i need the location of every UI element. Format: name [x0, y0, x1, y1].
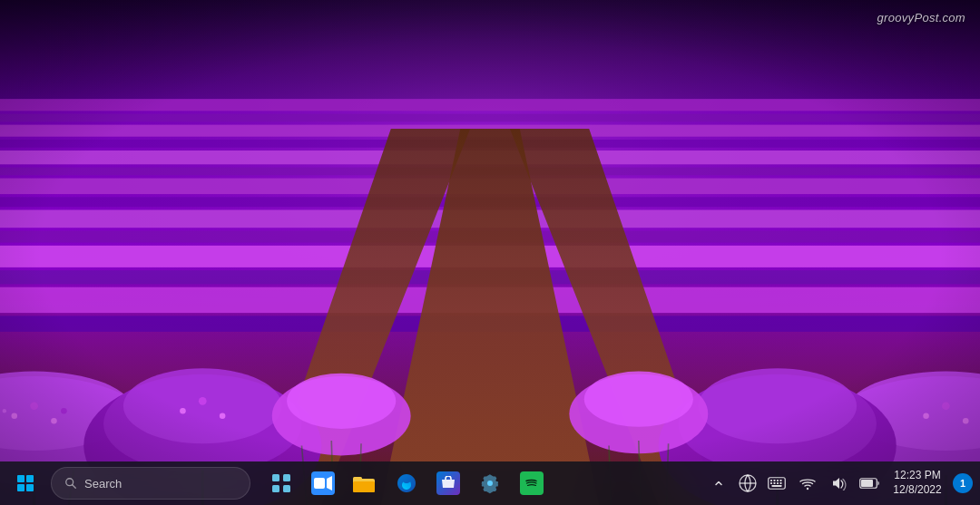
- show-hidden-icons-button[interactable]: [704, 467, 733, 500]
- start-button[interactable]: [7, 465, 44, 501]
- settings-icon: [478, 471, 502, 495]
- windows-logo-icon: [17, 475, 34, 491]
- pinned-apps: [261, 463, 701, 503]
- edge-icon: [395, 471, 418, 495]
- taskbar-app-edge[interactable]: [387, 463, 426, 503]
- file-explorer-icon: [353, 471, 377, 495]
- taskbar: Search: [0, 461, 980, 505]
- watermark: groovyPost.com: [877, 11, 965, 24]
- svg-rect-79: [774, 482, 776, 484]
- taskbar-app-zoom[interactable]: [303, 463, 343, 503]
- notification-badge[interactable]: 1: [953, 473, 973, 493]
- clock[interactable]: 12:23 PM 12/8/2022: [886, 469, 949, 497]
- svg-marker-67: [327, 476, 332, 490]
- ms-store-icon: [436, 471, 460, 495]
- svg-rect-76: [777, 480, 779, 481]
- taskbar-app-ms-store[interactable]: [428, 463, 468, 503]
- svg-rect-75: [774, 480, 776, 481]
- svg-point-83: [807, 488, 808, 490]
- system-tray: 12:23 PM 12/8/2022 1: [704, 467, 973, 500]
- svg-rect-78: [770, 482, 772, 484]
- zoom-icon: [311, 471, 335, 495]
- svg-rect-80: [777, 482, 779, 484]
- svg-rect-59: [0, 0, 980, 505]
- svg-rect-70: [353, 477, 362, 481]
- svg-rect-69: [353, 481, 375, 492]
- battery-button[interactable]: [855, 467, 884, 500]
- svg-rect-85: [861, 480, 873, 487]
- svg-rect-66: [314, 478, 325, 489]
- clock-date: 12/8/2022: [893, 483, 941, 498]
- svg-rect-63: [283, 474, 290, 481]
- volume-button[interactable]: [824, 467, 853, 500]
- desktop: groovyPost.com Search: [0, 0, 980, 505]
- language-indicator[interactable]: [735, 467, 760, 500]
- clock-time: 12:23 PM: [894, 469, 940, 483]
- task-view-icon: [270, 471, 293, 495]
- taskbar-app-settings[interactable]: [470, 463, 510, 503]
- svg-line-61: [73, 485, 76, 489]
- search-label: Search: [84, 477, 122, 490]
- taskbar-app-file-explorer[interactable]: [345, 463, 385, 503]
- wifi-button[interactable]: [793, 467, 822, 500]
- svg-rect-82: [772, 485, 782, 487]
- spotify-icon: [520, 471, 544, 495]
- wallpaper: [0, 0, 980, 505]
- svg-rect-62: [272, 474, 279, 481]
- svg-rect-65: [283, 485, 290, 492]
- keyboard-button[interactable]: [762, 467, 791, 500]
- svg-rect-77: [780, 480, 782, 481]
- search-bar[interactable]: Search: [51, 467, 250, 500]
- svg-rect-74: [770, 480, 772, 481]
- taskbar-app-task-view[interactable]: [261, 463, 301, 503]
- svg-rect-64: [272, 485, 279, 492]
- search-icon: [64, 477, 77, 490]
- taskbar-app-spotify[interactable]: [512, 463, 552, 503]
- svg-rect-81: [780, 482, 782, 484]
